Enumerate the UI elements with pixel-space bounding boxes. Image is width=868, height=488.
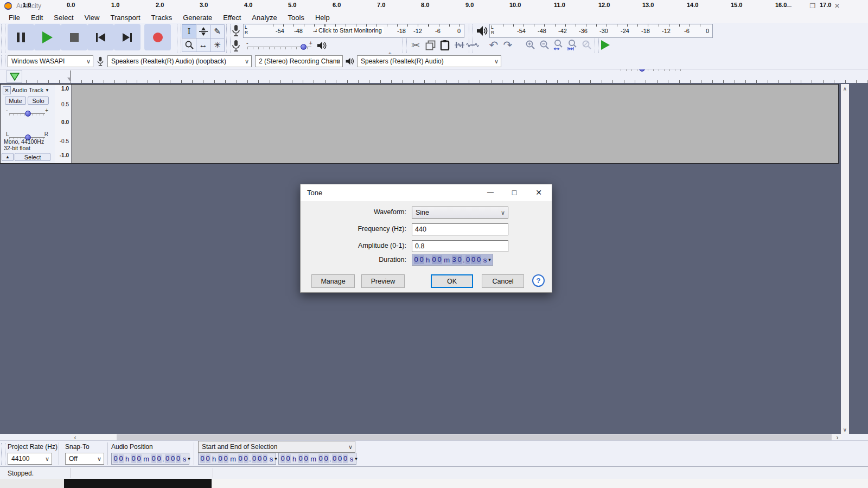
audio-position-field[interactable]: 00h00m00.000s ▾ bbox=[111, 453, 189, 465]
playback-meter-speaker-button[interactable] bbox=[475, 24, 488, 37]
menu-view[interactable]: View bbox=[79, 12, 105, 23]
track-waveform-area[interactable] bbox=[71, 85, 838, 163]
track-collapse-button[interactable]: ▲ bbox=[2, 153, 14, 161]
selection-end-field[interactable]: 00h00m00.000s ▾ bbox=[278, 453, 356, 465]
silence-audio-button[interactable] bbox=[466, 38, 479, 52]
manage-button[interactable]: Manage bbox=[311, 274, 355, 288]
track-select-button[interactable]: Select bbox=[15, 153, 50, 161]
spinner-icon[interactable]: ▾ bbox=[488, 257, 491, 262]
edit-toolbar-grip[interactable] bbox=[403, 38, 407, 53]
fit-project-button[interactable] bbox=[566, 38, 579, 52]
scroll-up-button[interactable]: ∧ bbox=[841, 84, 849, 93]
monitoring-text[interactable]: Click to Start Monitoring bbox=[317, 27, 384, 34]
help-button[interactable]: ? bbox=[532, 274, 545, 287]
vertical-scrollbar[interactable]: ∧ ∨ bbox=[841, 84, 849, 434]
track-title-menu[interactable]: Audio Track ▼ bbox=[12, 86, 53, 94]
recording-meter-mic-button[interactable] bbox=[231, 24, 241, 37]
project-rate-dropdown[interactable]: 44100∨ bbox=[8, 453, 52, 465]
record-button[interactable] bbox=[144, 24, 171, 50]
ruler-label: 10.0 bbox=[509, 2, 521, 8]
amplitude-input[interactable]: 0.8 bbox=[412, 240, 508, 252]
playback-device-dropdown[interactable]: Speakers (Realtek(R) Audio)∨ bbox=[357, 55, 501, 67]
gain-thumb[interactable] bbox=[25, 111, 31, 117]
tools-toolbar-grip[interactable] bbox=[177, 24, 181, 53]
track-close-button[interactable]: ✕ bbox=[3, 86, 11, 94]
transport-toolbar-grip[interactable] bbox=[1, 24, 5, 53]
draw-tool-button[interactable]: ✎ bbox=[210, 24, 225, 38]
speaker-icon bbox=[316, 40, 328, 51]
fit-selection-button[interactable] bbox=[552, 38, 565, 52]
play-button[interactable] bbox=[34, 24, 61, 50]
menu-tools[interactable]: Tools bbox=[283, 12, 310, 23]
menu-edit[interactable]: Edit bbox=[25, 12, 48, 23]
cut-button[interactable]: ✂ bbox=[409, 38, 422, 52]
gain-slider[interactable]: - + bbox=[5, 108, 49, 117]
scroll-down-button[interactable]: ∨ bbox=[841, 425, 849, 434]
zoom-out-button[interactable] bbox=[538, 38, 551, 52]
menu-generate[interactable]: Generate bbox=[177, 12, 218, 23]
stop-button[interactable] bbox=[61, 24, 87, 50]
selection-toolbar-grip[interactable] bbox=[1, 443, 5, 465]
duration-field[interactable]: 00h00m30.000s ▾ bbox=[412, 254, 493, 266]
device-toolbar-grip[interactable] bbox=[1, 55, 5, 67]
audio-host-dropdown[interactable]: Windows WASAPI∨ bbox=[8, 55, 93, 67]
undo-button[interactable]: ↶ bbox=[487, 38, 500, 52]
mute-button[interactable]: Mute bbox=[5, 97, 26, 105]
recording-volume-slider[interactable]: - + bbox=[245, 40, 314, 51]
zoom-tool-button[interactable] bbox=[182, 38, 196, 52]
playback-meter[interactable]: LR -54 -48 -42 -36 -30 -24 -18 -12 -6 0 bbox=[489, 24, 713, 38]
meter-toolbar-grip[interactable] bbox=[226, 24, 231, 53]
play-at-speed-grip[interactable] bbox=[595, 38, 599, 53]
multi-tool-button[interactable]: ✳ bbox=[210, 38, 225, 52]
dialog-maximize-button[interactable]: □ bbox=[505, 184, 524, 201]
menu-file[interactable]: File bbox=[3, 12, 25, 23]
preview-button[interactable]: Preview bbox=[361, 274, 405, 288]
meter-tick-label: 0 bbox=[457, 28, 461, 34]
recording-device-dropdown[interactable]: Speakers (Realtek(R) Audio) (loopback)∨ bbox=[107, 55, 252, 67]
timeshift-tool-button[interactable]: ↔ bbox=[196, 38, 210, 52]
recording-volume-mic-button bbox=[231, 40, 241, 53]
menu-select[interactable]: Select bbox=[48, 12, 79, 23]
spinner-icon[interactable]: ▾ bbox=[275, 456, 277, 461]
menu-help[interactable]: Help bbox=[310, 12, 335, 23]
menu-analyze[interactable]: Analyze bbox=[246, 12, 282, 23]
zoom-in-icon bbox=[525, 40, 536, 50]
envelope-tool-button[interactable] bbox=[196, 24, 210, 38]
skip-to-end-button[interactable] bbox=[114, 24, 141, 50]
menu-tracks[interactable]: Tracks bbox=[146, 12, 178, 23]
solo-button[interactable]: Solo bbox=[28, 97, 49, 105]
trim-audio-button[interactable] bbox=[453, 38, 466, 52]
selection-tool-button[interactable]: I bbox=[182, 24, 196, 38]
timeline-options-button[interactable] bbox=[7, 70, 22, 83]
zoom-in-button[interactable] bbox=[524, 38, 537, 52]
zoom-toggle-button[interactable] bbox=[580, 38, 593, 52]
ok-button[interactable]: OK bbox=[431, 274, 473, 288]
snap-to-dropdown[interactable]: Off∨ bbox=[65, 453, 104, 465]
chevron-down-icon: ∨ bbox=[501, 207, 505, 218]
skip-to-start-button[interactable] bbox=[87, 24, 114, 50]
audacity-window: Audacity — ❐ ✕ File Edit Select View Tra… bbox=[0, 0, 868, 488]
dialog-minimize-button[interactable]: — bbox=[481, 184, 500, 201]
frequency-input[interactable]: 440 bbox=[412, 223, 508, 235]
redo-button[interactable]: ↷ bbox=[501, 38, 514, 52]
timeline-ruler[interactable] bbox=[0, 69, 868, 84]
waveform-dropdown[interactable]: Sine∨ bbox=[412, 207, 508, 219]
cancel-button[interactable]: Cancel bbox=[482, 274, 524, 288]
menu-bar: File Edit Select View Transport Tracks G… bbox=[0, 12, 868, 23]
ruler-label: 3.0 bbox=[200, 2, 208, 8]
pause-button[interactable] bbox=[8, 24, 34, 50]
spinner-icon[interactable]: ▾ bbox=[355, 456, 358, 461]
menu-effect[interactable]: Effect bbox=[218, 12, 246, 23]
spinner-icon[interactable]: ▾ bbox=[188, 456, 190, 461]
paste-button[interactable] bbox=[438, 38, 451, 52]
selection-start-field[interactable]: 00h00m00.000s ▾ bbox=[198, 453, 276, 465]
selection-mode-dropdown[interactable]: Start and End of Selection∨ bbox=[198, 441, 355, 453]
play-at-speed-button[interactable] bbox=[601, 39, 615, 51]
menu-transport[interactable]: Transport bbox=[105, 12, 145, 23]
tone-dialog-titlebar[interactable]: Tone — □ ✕ bbox=[301, 184, 552, 201]
dialog-close-button[interactable]: ✕ bbox=[529, 184, 548, 201]
recording-channels-dropdown[interactable]: 2 (Stereo) Recording Chann∨ bbox=[255, 55, 343, 67]
recording-meter[interactable]: LR -54 -48 -42 Click to Start Monitoring… bbox=[243, 24, 464, 38]
recording-volume-thumb[interactable] bbox=[301, 44, 307, 50]
copy-button[interactable] bbox=[424, 38, 437, 52]
